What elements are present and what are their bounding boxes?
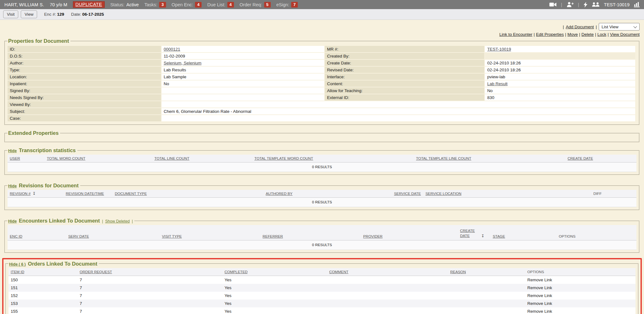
- orders-highlight-frame: Hide ( 6 ) Orders Linked To Document ITE…: [2, 258, 642, 314]
- type-label: Type:: [8, 67, 161, 73]
- view-button[interactable]: View: [21, 10, 37, 18]
- open-enc-count-badge[interactable]: 4: [195, 2, 202, 8]
- service-date-header[interactable]: SERVICE DATE: [394, 191, 421, 196]
- reason-value: [448, 276, 525, 284]
- referrer-header[interactable]: REFERRER: [263, 234, 283, 239]
- esign-count-badge[interactable]: 7: [291, 2, 298, 8]
- inpatient-value: No: [162, 80, 324, 87]
- property-row: ID: 0000121 MR #: TEST-10019: [8, 46, 635, 52]
- create-date-column-header[interactable]: CREATE DATE: [568, 156, 593, 161]
- serv-date-header[interactable]: SERV DATE: [68, 234, 89, 239]
- open-enc-label: Open Enc:: [172, 2, 193, 7]
- visit-type-header[interactable]: VISIT TYPE: [162, 234, 182, 239]
- property-row: D.O.S: 11-02-2009 Created By:: [8, 53, 635, 59]
- author-label: Author:: [8, 60, 161, 66]
- total-word-count-header[interactable]: TOTAL WORD COUNT: [47, 156, 85, 161]
- remove-link[interactable]: Remove Link: [525, 307, 636, 314]
- lock-link[interactable]: Lock: [597, 32, 607, 37]
- authored-by-header[interactable]: AUTHORED BY: [266, 191, 292, 196]
- esign-label: eSign:: [276, 2, 289, 7]
- link-to-encounter-link[interactable]: Link to Encounter: [499, 32, 532, 37]
- move-link[interactable]: Move: [568, 32, 578, 37]
- viewed-by-label: Viewed By:: [8, 101, 161, 107]
- due-list-count-badge[interactable]: 4: [227, 2, 234, 8]
- view-mode-select[interactable]: List View: [599, 23, 640, 30]
- create-date-header-line1[interactable]: CREATE: [460, 229, 475, 234]
- author-link[interactable]: Selenium, Selenium: [164, 61, 202, 65]
- video-camera-icon[interactable]: [549, 2, 557, 7]
- person-add-icon[interactable]: [567, 2, 574, 7]
- document-id-link[interactable]: 0000121: [164, 47, 180, 52]
- visit-button[interactable]: Visit: [3, 10, 18, 18]
- remove-link[interactable]: Remove Link: [525, 300, 636, 307]
- service-location-header[interactable]: SERVICE LOCATION: [425, 191, 461, 196]
- revisions-hide-link[interactable]: Hide: [8, 184, 17, 188]
- revised-date-value: 02-24-2010 18:26: [485, 67, 635, 73]
- order-request-value: 7: [77, 276, 222, 284]
- order-row: 150 7 Yes Remove Link: [8, 276, 636, 284]
- tasks-count-badge[interactable]: 3: [159, 2, 166, 8]
- enc-id-header[interactable]: ENC ID: [10, 234, 22, 239]
- create-date-value: 02-24-2010 18:26: [485, 60, 635, 66]
- case-label: Case:: [8, 115, 161, 121]
- account-id-link[interactable]: TEST-10019: [604, 2, 630, 7]
- extended-properties-section: Extended Properties: [4, 130, 640, 142]
- options-header: OPTIONS: [559, 234, 575, 239]
- revisions-results-row: 0 RESULTS: [8, 198, 636, 207]
- remove-link[interactable]: Remove Link: [525, 276, 636, 284]
- users-icon[interactable]: [592, 2, 600, 7]
- duplicate-flag-link[interactable]: DUPLICATE: [73, 1, 105, 8]
- stage-header[interactable]: STAGE: [493, 234, 505, 239]
- patient-age-sex: 70 y/o M: [50, 2, 67, 7]
- remove-link[interactable]: Remove Link: [525, 292, 636, 300]
- dos-label: D.O.S:: [8, 53, 161, 59]
- status-field: Status: Active: [110, 2, 139, 7]
- comment-value: [327, 300, 448, 307]
- order-req-count-badge[interactable]: 5: [264, 2, 271, 8]
- document-type-header[interactable]: DOCUMENT TYPE: [115, 191, 147, 196]
- transcription-hide-link[interactable]: Hide: [8, 149, 17, 153]
- provider-header[interactable]: PROVIDER: [363, 234, 383, 239]
- bar-chart-icon[interactable]: [634, 2, 640, 7]
- patient-name[interactable]: HART, WILLIAM S.: [4, 2, 44, 7]
- reason-header[interactable]: REASON: [450, 270, 466, 274]
- patient-header-bar: HART, WILLIAM S. 70 y/o M DUPLICATE Stat…: [0, 0, 644, 9]
- revision-datetime-header[interactable]: REVISION DATE/TIME: [66, 191, 104, 196]
- sort-descending-icon[interactable]: ↧: [32, 191, 36, 196]
- total-template-line-count-header[interactable]: TOTAL TEMPLATE LINE COUNT: [416, 156, 471, 161]
- total-line-count-header[interactable]: TOTAL LINE COUNT: [154, 156, 189, 161]
- encounters-hide-link[interactable]: Hide: [8, 219, 17, 223]
- user-column-header[interactable]: USER: [10, 156, 20, 161]
- separator: |: [579, 32, 580, 37]
- edit-properties-link[interactable]: Edit Properties: [536, 32, 564, 37]
- sort-descending-icon[interactable]: ↧: [481, 234, 484, 238]
- subject-label: Subject:: [8, 108, 161, 114]
- item-id-header[interactable]: ITEM ID: [11, 270, 24, 274]
- delete-link[interactable]: Delete: [581, 32, 594, 37]
- status-label: Status:: [110, 2, 125, 7]
- interface-value: pview-lab: [485, 74, 635, 80]
- lightning-bolt-icon[interactable]: [584, 2, 587, 8]
- total-template-word-count-header[interactable]: TOTAL TEMPLATE WORD COUNT: [254, 156, 313, 161]
- create-date-header-line2[interactable]: DATE: [460, 234, 475, 239]
- content-link[interactable]: Lab Result: [487, 81, 508, 86]
- orders-hide-link[interactable]: Hide ( 6 ): [9, 262, 26, 267]
- item-id-value: 151: [8, 284, 77, 292]
- external-id-label: External ID:: [325, 94, 484, 101]
- order-request-header[interactable]: ORDER REQUEST: [80, 270, 112, 274]
- comment-header[interactable]: COMMENT: [329, 270, 348, 274]
- completed-header[interactable]: COMPLETED: [225, 270, 247, 274]
- add-document-link[interactable]: Add Document: [566, 25, 594, 29]
- show-deleted-link[interactable]: Show Deleted: [105, 219, 130, 223]
- separator: |: [578, 2, 579, 7]
- remove-link[interactable]: Remove Link: [525, 284, 636, 292]
- mr-number-link[interactable]: TEST-10019: [487, 47, 511, 52]
- properties-section-title: Properties for Document: [8, 38, 69, 44]
- separator: |: [132, 219, 133, 223]
- view-document-link[interactable]: View Document: [610, 32, 640, 37]
- revisions-for-document-section: Hide Revisions for Document REVISION #↧ …: [4, 183, 640, 210]
- encounters-results-row: 0 RESULTS: [8, 240, 636, 250]
- enc-number-value: 129: [57, 12, 64, 17]
- transcription-header-row: USER TOTAL WORD COUNT TOTAL LINE COUNT T…: [8, 155, 636, 163]
- revision-number-header[interactable]: REVISION #: [10, 191, 31, 196]
